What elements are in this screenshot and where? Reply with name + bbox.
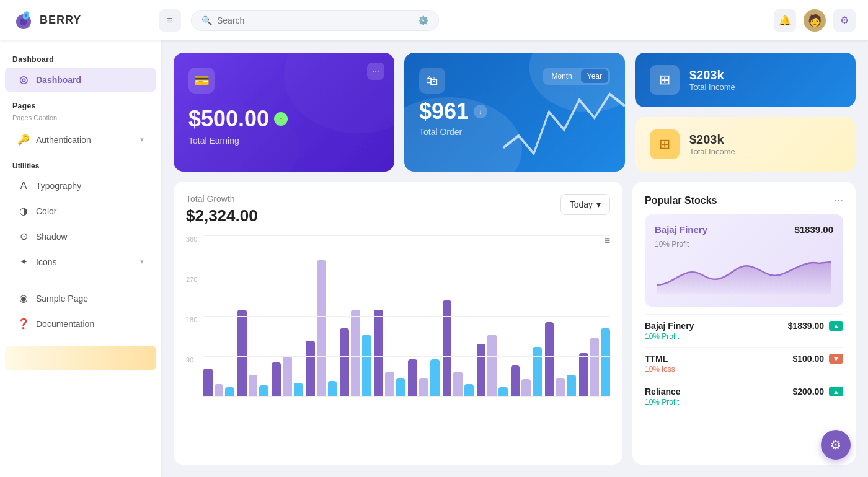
bar-group-12 [579, 328, 610, 396]
sidebar-item-color[interactable]: ◑ Color [5, 199, 156, 223]
bar-blue [225, 387, 234, 396]
main-layout: Dashboard ◎ Dashboard Pages Pages Captio… [0, 40, 868, 477]
bar-blue [601, 328, 610, 396]
bajaj-sparkline-chart [655, 251, 833, 294]
stock-info-bajaj: Bajaj Finery 10% Profit [645, 321, 694, 341]
berry-logo-icon [12, 9, 35, 32]
sidebar-doc-label: Documentation [36, 319, 144, 329]
sidebar-item-sample-page[interactable]: ◉ Sample Page [5, 286, 156, 310]
bar-blue [567, 375, 576, 396]
today-filter-button[interactable]: Today ▾ [560, 194, 610, 215]
income-blue-icon: ⊞ [650, 65, 680, 95]
avatar[interactable]: 🧑 [804, 9, 826, 32]
bar-purple [443, 300, 452, 396]
earning-card: 💳 $500.00 ↑ Total Earning ··· [174, 53, 394, 172]
stock-name-reliance: Reliance [645, 387, 681, 396]
main-content: 💳 $500.00 ↑ Total Earning ··· 🛍 Month [161, 40, 868, 477]
reliance-trend-icon: ▲ [829, 387, 843, 396]
bar-group-11 [545, 322, 576, 396]
stocks-header: Popular Stocks ··· [645, 194, 843, 207]
hamburger-button[interactable]: ≡ [159, 9, 181, 32]
documentation-icon: ❓ [17, 318, 30, 330]
dashboard-icon: ◎ [17, 74, 30, 85]
notification-button[interactable]: 🔔 [774, 9, 796, 32]
income-yellow-info: $203k Total Income [689, 133, 735, 156]
stock-info-ttml: TTML 10% loss [645, 354, 675, 374]
growth-amount: $2,324.00 [186, 206, 258, 225]
bar-light [317, 260, 326, 396]
bar-group-3 [272, 356, 303, 396]
bar-blue [396, 378, 405, 396]
sidebar-item-typography[interactable]: A Typography [5, 174, 156, 198]
sidebar-item-icons[interactable]: ✦ Icons ▾ [5, 250, 156, 274]
bar-light [521, 379, 531, 396]
stocks-menu-button[interactable]: ··· [834, 194, 843, 207]
avatar-image: 🧑 [808, 14, 822, 27]
utilities-section-title: Utilities [0, 153, 161, 173]
bajaj-profit: 10% Profit [655, 240, 833, 248]
sidebar: Dashboard ◎ Dashboard Pages Pages Captio… [0, 40, 161, 477]
bar-purple [408, 359, 417, 396]
bajaj-header: Bajaj Finery $1839.00 [655, 224, 833, 235]
bar-light [215, 384, 224, 396]
stock-price-bajaj: $1839.00 [788, 321, 824, 331]
pages-caption: Pages Caption [0, 113, 161, 126]
bar-light [419, 378, 428, 396]
sidebar-item-dashboard[interactable]: ◎ Dashboard [5, 68, 156, 92]
sidebar-item-shadow[interactable]: ⊙ Shadow [5, 224, 156, 248]
stock-right-bajaj: $1839.00 ▲ [788, 321, 843, 331]
income-yellow-card: ⊞ $203k Total Income [635, 117, 856, 172]
icons-nav-icon: ✦ [17, 256, 30, 268]
income-blue-label: Total Income [689, 82, 735, 92]
chart-container: 360 270 180 90 [186, 235, 610, 396]
color-icon: ◑ [17, 205, 30, 217]
bar-light [590, 338, 600, 396]
bar-light [283, 356, 292, 396]
earning-label: Total Earning [188, 136, 379, 146]
settings-icon: ⚙ [840, 14, 849, 26]
bar-blue [464, 384, 474, 396]
shadow-icon: ⊙ [17, 230, 30, 242]
bar-blue [259, 385, 268, 396]
y-label-180: 180 [186, 316, 198, 323]
auth-chevron-icon: ▾ [140, 136, 144, 144]
bar-group-9 [477, 335, 508, 396]
hamburger-icon: ≡ [167, 15, 172, 26]
stocks-title: Popular Stocks [645, 195, 717, 206]
filter-button[interactable]: ⚙️ [418, 15, 428, 25]
y-label-90: 90 [186, 356, 198, 364]
growth-label: Total Growth [186, 194, 258, 204]
typography-icon: A [17, 180, 30, 191]
stock-list: Bajaj Finery 10% Profit $1839.00 ▲ TTML … [645, 314, 843, 413]
bar-light [351, 310, 360, 396]
bar-light [487, 335, 497, 396]
growth-chart-area: ≡ 360 270 180 90 [186, 235, 610, 452]
bar-light [453, 372, 463, 396]
bar-purple [306, 341, 315, 396]
y-label-360: 360 [186, 235, 198, 243]
bar-light [249, 375, 258, 396]
bar-purple [545, 322, 554, 396]
settings-button[interactable]: ⚙ [833, 9, 856, 32]
stock-row-ttml: TTML 10% loss $100.00 ▼ [645, 347, 843, 380]
bajaj-featured-chart: Bajaj Finery $1839.00 10% Profit [645, 214, 843, 307]
bar-purple [203, 369, 213, 396]
stock-price-ttml: $100.00 [793, 354, 825, 364]
income-yellow-label: Total Income [689, 147, 735, 156]
auth-icon: 🔑 [17, 134, 30, 146]
bar-group-2 [237, 310, 268, 396]
sidebar-auth-label: Authentication [36, 135, 134, 145]
earning-menu-button[interactable]: ··· [367, 63, 384, 80]
stock-change-ttml: 10% loss [645, 365, 675, 374]
sidebar-item-authentication[interactable]: 🔑 Authentication ▾ [5, 128, 156, 152]
search-input[interactable] [217, 15, 413, 25]
income-blue-amount: $203k [689, 68, 735, 82]
sidebar-item-documentation[interactable]: ❓ Documentation [5, 312, 156, 336]
chart-bars [203, 235, 610, 396]
svg-point-3 [25, 14, 27, 17]
bar-blue [328, 381, 337, 396]
fab-button[interactable]: ⚙ [821, 430, 851, 460]
stocks-card: Popular Stocks ··· Bajaj Finery $1839.00… [632, 182, 856, 465]
stock-name-bajaj: Bajaj Finery [645, 321, 694, 331]
stock-right-reliance: $200.00 ▲ [793, 387, 844, 396]
